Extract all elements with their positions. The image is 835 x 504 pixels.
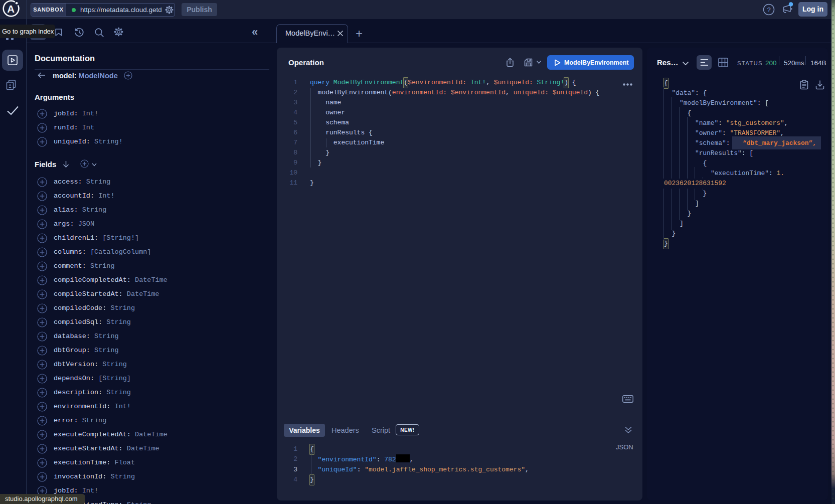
- svg-text:?: ?: [767, 6, 770, 14]
- svg-text:A: A: [7, 3, 15, 15]
